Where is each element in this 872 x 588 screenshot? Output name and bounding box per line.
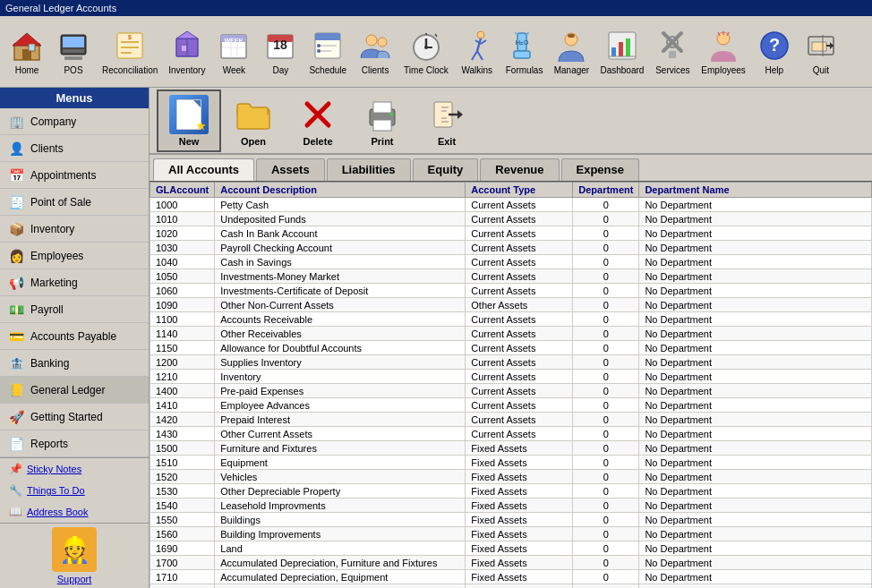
toolbar-inventory[interactable]: Inventory [163,24,210,79]
sidebar-item-company[interactable]: 🏢Company [0,108,149,135]
table-row[interactable]: 1000 Petty Cash Current Assets 0 No Depa… [150,198,872,212]
gl-account-cell: 1430 [150,427,215,441]
table-row[interactable]: 1530 Other Depreciable Property Fixed As… [150,484,872,499]
table-row[interactable]: 1560 Building Improvements Fixed Assets … [150,527,872,541]
table-row[interactable]: 1510 Equipment Fixed Assets 0 No Departm… [150,456,872,470]
toolbar-home[interactable]: Home [4,24,50,79]
sidebar-item-reports[interactable]: 📄Reports [0,430,149,457]
sidebar-item-pos[interactable]: 🧾Point of Sale [0,189,149,216]
account-type-cell: Fixed Assets [466,584,573,589]
gl-account-cell: 1060 [150,284,215,298]
svg-point-32 [366,35,377,46]
table-row[interactable]: 1150 Allowance for Doubtful Accounts Cur… [150,341,872,355]
print-button[interactable]: Print [350,89,415,152]
toolbar-manager[interactable]: Manager [548,24,594,79]
gl-accounts-table: GLAccountAccount DescriptionAccount Type… [150,182,872,588]
description-cell: Other Current Assets [215,427,466,441]
sidebar-item-appointments[interactable]: 📅Appointments [0,162,149,189]
header-department: Department [573,183,639,198]
tab-assets[interactable]: Assets [256,158,325,181]
sidebar-item-banking[interactable]: 🏦Banking [0,350,149,377]
table-row[interactable]: 1420 Prepaid Interest Current Assets 0 N… [150,413,872,427]
toolbar-dashboard[interactable]: Dashboard [594,24,649,79]
sidebar-item-employees[interactable]: 👩Employees [0,243,149,269]
table-row[interactable]: 1710 Accumulated Depreciation, Equipment… [150,570,872,584]
toolbar-quit[interactable]: Quit [798,24,844,79]
table-row[interactable]: 1430 Other Current Assets Current Assets… [150,427,872,441]
toolbar-pos[interactable]: POS [50,24,97,79]
delete-button[interactable]: Delete [286,89,350,152]
tab-equity[interactable]: Equity [413,158,479,181]
svg-rect-3 [29,44,35,51]
support-button[interactable]: 👷 Support [0,523,149,588]
table-row[interactable]: 1500 Furniture and Fixtures Fixed Assets… [150,441,872,456]
sidebar-util-things-to-do[interactable]: 🔧Things To Do [0,480,149,501]
department-cell: 0 [573,441,639,456]
tab-revenue[interactable]: Revenue [480,158,559,181]
company-sidebar-icon: 🏢 [7,113,25,131]
account-type-cell: Current Assets [466,241,573,255]
table-row[interactable]: 1040 Cash in Savings Current Assets 0 No… [150,255,872,269]
toolbar-formulas[interactable]: H₂OFormulas [500,24,549,79]
table-row[interactable]: 1030 Payroll Checking Account Current As… [150,241,872,255]
table-row[interactable]: 1100 Accounts Receivable Current Assets … [150,312,872,327]
sidebar-item-payroll[interactable]: 💵Payroll [0,296,149,323]
new-button[interactable]: ★New [157,89,221,152]
toolbar-walkins[interactable]: Walkins [454,24,500,79]
table-row[interactable]: 1210 Inventory Current Assets 0 No Depar… [150,370,872,384]
table-row[interactable]: 1140 Other Receivables Current Assets 0 … [150,327,872,341]
table-row[interactable]: 1520 Vehicles Fixed Assets 0 No Departme… [150,470,872,484]
inventory-icon [169,28,205,64]
table-row[interactable]: 1200 Supplies Inventory Current Assets 0… [150,355,872,370]
department-name-cell: No Department [639,570,872,584]
things-to-do-util-icon: 🔧 [7,482,23,499]
toolbar-help[interactable]: ?Help [751,24,798,79]
tab-expense[interactable]: Expense [561,158,639,181]
table-scroll[interactable]: GLAccountAccount DescriptionAccount Type… [150,182,872,588]
toolbar-day[interactable]: 18Day [257,24,303,79]
sidebar-item-getting-started[interactable]: 🚀Getting Started [0,404,149,430]
toolbar-reconciliation[interactable]: $Reconciliation [97,24,163,79]
tab-liabilities[interactable]: Liabilities [327,158,411,181]
toolbar-services[interactable]: Services [649,24,696,79]
schedule-label: Schedule [309,65,346,75]
toolbar-timeclock[interactable]: Time Clock [398,24,454,79]
description-cell: Payroll Checking Account [215,241,466,255]
table-row[interactable]: 1060 Investments-Certificate of Deposit … [150,284,872,298]
table-row[interactable]: 1020 Cash In Bank Account Current Assets… [150,226,872,241]
table-row[interactable]: 1690 Land Fixed Assets 0 No Department [150,541,872,556]
open-button[interactable]: Open [221,89,286,152]
account-type-cell: Current Assets [466,255,573,269]
sidebar-item-accounts-payable[interactable]: 💳Accounts Payable [0,323,149,350]
svg-rect-6 [63,49,84,53]
week-label: Week [223,65,245,75]
sidebar-item-marketing[interactable]: 📢Marketing [0,269,149,296]
sidebar-util-address-book[interactable]: 📖Address Book [0,501,149,523]
account-type-cell: Fixed Assets [466,541,573,556]
sidebar-item-clients[interactable]: 👤Clients [0,135,149,162]
toolbar-employees[interactable]: Employees [696,24,750,79]
toolbar-schedule[interactable]: Schedule [303,24,352,79]
sidebar-item-general-ledger[interactable]: 📒General Ledger [0,377,149,404]
walkins-icon [459,28,495,64]
gl-account-cell: 1140 [150,327,215,341]
table-row[interactable]: 1050 Investments-Money Market Current As… [150,269,872,284]
table-row[interactable]: 1400 Pre-paid Expenses Current Assets 0 … [150,384,872,398]
table-row[interactable]: 1410 Employee Advances Current Assets 0 … [150,398,872,413]
toolbar-week[interactable]: WEEKWeek [210,24,257,79]
table-row[interactable]: 1540 Leasehold Improvments Fixed Assets … [150,499,872,513]
exit-button[interactable]: Exit [415,89,479,152]
description-cell: Employee Advances [215,398,466,413]
sidebar-item-inventory[interactable]: 📦Inventory [0,216,149,243]
table-row[interactable]: 1090 Other Non-Current Assets Other Asse… [150,298,872,312]
table-row[interactable]: 1700 Accumulated Depreciation, Furniture… [150,556,872,570]
tab-all-accounts[interactable]: All Accounts [153,158,254,181]
sidebar-util-sticky-notes[interactable]: 📌Sticky Notes [0,458,149,480]
toolbar-clients[interactable]: Clients [352,24,398,79]
table-row[interactable]: 1720 Accumulated Depreciation, Vehicles … [150,584,872,589]
account-type-cell: Current Assets [466,341,573,355]
manager-label: Manager [554,65,589,75]
table-row[interactable]: 1010 Undeposited Funds Current Assets 0 … [150,212,872,226]
table-row[interactable]: 1550 Buildings Fixed Assets 0 No Departm… [150,513,872,527]
description-cell: Cash In Bank Account [215,226,466,241]
